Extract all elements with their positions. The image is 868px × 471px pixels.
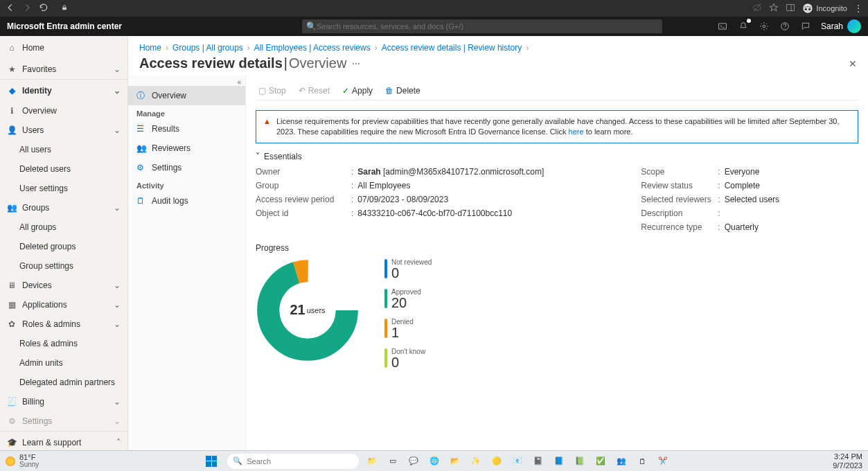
crumb-groups[interactable]: Groups | All groups [172, 43, 243, 53]
collapse-resource-menu[interactable]: « [128, 78, 245, 86]
cloud-shell-icon[interactable] [717, 21, 728, 32]
start-button[interactable] [201, 454, 222, 469]
app-header: Microsoft Entra admin center 🔍 Sarah [0, 17, 868, 36]
taskbar-app-word[interactable]: 📘 [551, 454, 567, 469]
nav-home[interactable]: ⌂Home [0, 36, 127, 60]
taskbar-weather[interactable]: 81°FSunny [6, 454, 39, 468]
eye-off-icon[interactable] [752, 3, 762, 15]
close-blade-button[interactable]: ✕ [849, 58, 857, 69]
crumb-home[interactable]: Home [139, 43, 161, 53]
kv-reviewers: Selected reviewers:Selected users [641, 195, 779, 204]
nav-group-settings[interactable]: Group settings [0, 256, 127, 276]
kv-group: Group:All Employees [256, 181, 544, 190]
menu-overview[interactable]: ⓘOverview [128, 86, 245, 105]
more-actions-button[interactable]: ⋯ [352, 59, 360, 69]
nav-users[interactable]: 👤Users⌄ [0, 121, 127, 140]
taskbar-app-teams[interactable]: 💬 [406, 454, 421, 469]
essentials-toggle[interactable]: ˅Essentials [256, 152, 858, 161]
kv-status: Review status:Complete [641, 181, 779, 190]
kv-key: Scope [641, 167, 714, 177]
reload-icon[interactable] [39, 3, 48, 15]
taskbar-app-taskview[interactable]: ▭ [385, 454, 400, 469]
delete-button[interactable]: 🗑Delete [385, 86, 420, 96]
taskbar-app-chrome[interactable]: 🟡 [489, 454, 504, 469]
reset-button[interactable]: ↶Reset [299, 86, 330, 96]
nav-label: All users [19, 145, 51, 154]
nav-admin-units[interactable]: Admin units [0, 353, 127, 373]
nav-favorites[interactable]: ★Favorites⌄ [0, 60, 127, 79]
nav-settings[interactable]: ⚙Settings⌄ [0, 411, 127, 431]
taskbar-app-onenote[interactable]: 📓 [531, 454, 546, 469]
taskbar-app-copilot[interactable]: ✨ [468, 454, 484, 469]
taskbar-search-input[interactable] [247, 457, 353, 465]
kebab-icon[interactable]: ⋮ [854, 3, 862, 13]
nav-label: Settings [22, 416, 52, 426]
menu-audit-logs[interactable]: 🗒Audit logs [128, 191, 245, 211]
star-icon[interactable] [769, 3, 779, 15]
global-search-input[interactable] [317, 22, 658, 30]
nav-user-settings[interactable]: User settings [0, 179, 127, 198]
info-icon: ℹ [7, 106, 17, 116]
stop-button[interactable]: ▢Stop [258, 86, 286, 96]
nav-overview[interactable]: ℹOverview [0, 101, 127, 121]
kv-value: Sarah [357, 167, 380, 177]
taskbar-clock[interactable]: 3:24 PM 9/7/2023 [833, 452, 862, 469]
taskbar-app-notes[interactable]: 🗒 [635, 454, 650, 469]
nav-label: Identity [22, 86, 52, 96]
taskbar-app-outlook[interactable]: 📧 [510, 454, 525, 469]
nav-deleted-users[interactable]: Deleted users [0, 159, 127, 179]
panel-icon[interactable] [786, 3, 795, 15]
user-name: Sarah [821, 21, 843, 31]
notifications-icon[interactable] [738, 21, 749, 32]
lock-icon [61, 3, 68, 13]
incognito-indicator: Incognito [802, 3, 847, 14]
donut-label: users [307, 306, 326, 314]
taskbar-app-snip[interactable]: ✂️ [655, 454, 671, 469]
svg-point-10 [785, 28, 786, 29]
stat-value: 1 [391, 326, 414, 339]
nav-billing[interactable]: 🧾Billing⌄ [0, 392, 127, 411]
nav-roles-admins-sub[interactable]: Roles & admins [0, 334, 127, 353]
btn-label: Stop [269, 86, 286, 96]
help-icon[interactable] [779, 21, 790, 32]
nav-groups[interactable]: 👥Groups⌄ [0, 198, 127, 217]
apply-button[interactable]: ✓Apply [342, 86, 373, 96]
taskbar-app-todo[interactable]: ✅ [593, 454, 608, 469]
taskbar-app-explorer[interactable]: 📁 [364, 454, 380, 469]
btn-label: Delete [396, 86, 420, 96]
crumb-employees[interactable]: All Employees | Access reviews [254, 43, 371, 53]
taskbar-search[interactable]: 🔍 [227, 454, 359, 469]
address-bar[interactable] [55, 3, 745, 14]
app-brand[interactable]: Microsoft Entra admin center [7, 21, 122, 31]
taskbar-app-excel[interactable]: 📗 [572, 454, 587, 469]
nav-deleted-groups[interactable]: Deleted groups [0, 237, 127, 256]
nav-learn-support[interactable]: 🎓Learn & support˄ [0, 431, 127, 450]
forward-icon[interactable] [22, 3, 32, 15]
windows-icon [206, 456, 217, 467]
notice-link[interactable]: here [569, 127, 584, 136]
nav-delegated[interactable]: Delegated admin partners [0, 373, 127, 392]
taskbar-app-files[interactable]: 📂 [448, 454, 463, 469]
nav-applications[interactable]: ▦Applications⌄ [0, 295, 127, 314]
menu-settings[interactable]: ⚙Settings [128, 158, 245, 177]
crumb-details[interactable]: Access review details | Review history [382, 43, 522, 53]
page-title-main: Access review details [139, 55, 283, 71]
back-icon[interactable] [6, 3, 15, 15]
taskbar-app-teams2[interactable]: 👥 [614, 454, 629, 469]
feedback-icon[interactable] [800, 21, 811, 32]
nav-identity[interactable]: ◆Identity⌄ [0, 79, 127, 101]
essentials-section: ˅Essentials Owner:Sarah [admin@M365x8410… [256, 152, 858, 232]
nav-all-users[interactable]: All users [0, 140, 127, 159]
kv-value: Everyone [725, 167, 760, 177]
user-menu[interactable]: Sarah [821, 19, 861, 33]
nav-roles-admins[interactable]: ✿Roles & admins⌄ [0, 314, 127, 334]
settings-icon[interactable] [759, 21, 770, 32]
nav-label: Delegated admin partners [19, 377, 115, 387]
nav-all-groups[interactable]: All groups [0, 217, 127, 237]
menu-reviewers[interactable]: 👥Reviewers [128, 139, 245, 158]
menu-results[interactable]: ☰Results [128, 119, 245, 139]
taskbar-app-edge[interactable]: 🌐 [427, 454, 442, 469]
global-search[interactable]: 🔍 [302, 19, 662, 33]
license-notice: ▲ License requirements for preview capab… [256, 110, 858, 143]
nav-devices[interactable]: 🖥Devices⌄ [0, 276, 127, 295]
